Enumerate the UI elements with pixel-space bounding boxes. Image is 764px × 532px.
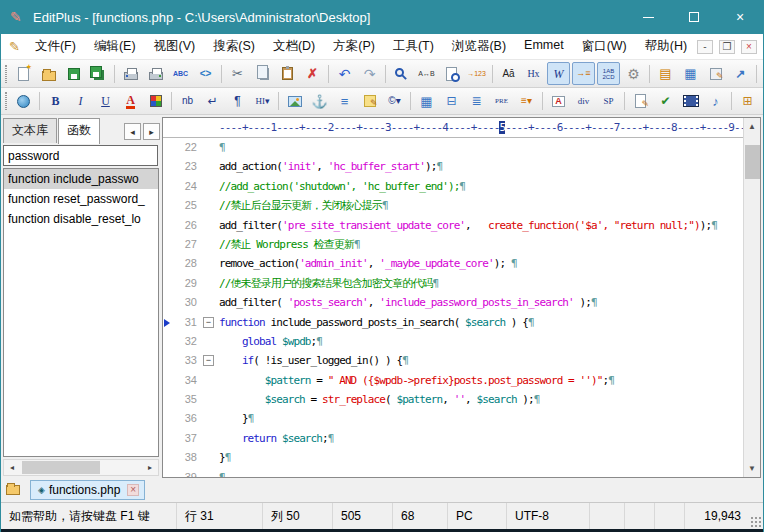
bold-button[interactable]: B	[44, 90, 67, 113]
menu-item-7[interactable]: 浏览器(B)	[443, 34, 515, 59]
script-button[interactable]	[629, 90, 652, 113]
center-align-button[interactable]: ≣	[465, 90, 488, 113]
nbsp-button[interactable]: nb	[176, 90, 199, 113]
find-button[interactable]	[390, 62, 413, 85]
save-all-button[interactable]	[87, 62, 110, 85]
code-line[interactable]: 36 }¶	[163, 409, 743, 428]
span-button[interactable]: SP	[597, 90, 620, 113]
scroll-right-arrow[interactable]: ▸	[142, 460, 158, 475]
menu-item-3[interactable]: 搜索(S)	[204, 34, 264, 59]
div-button[interactable]: div	[572, 90, 595, 113]
function-search-input[interactable]	[3, 145, 158, 166]
redo-button[interactable]: ↷	[358, 62, 381, 85]
code-line[interactable]: 33− if( !is_user_logged_in() ) {¶	[163, 351, 743, 370]
line-number-button[interactable]: 1AB 2CD	[597, 62, 620, 85]
code-line[interactable]: 30add_filter( 'posts_search', 'include_p…	[163, 293, 743, 312]
replace-button[interactable]: A↔B	[415, 62, 438, 85]
spell-check-button[interactable]: ABC	[169, 62, 192, 85]
scroll-down-arrow[interactable]: ▼	[744, 460, 760, 477]
code-line[interactable]: 22¶	[163, 138, 743, 157]
view-in-browser-button[interactable]	[12, 90, 35, 113]
mdi-close-button[interactable]: ×	[741, 40, 757, 54]
toolbar-grip[interactable]	[5, 65, 7, 83]
preferences-button[interactable]: ⚙	[622, 62, 645, 85]
scroll-thumb[interactable]	[22, 461, 100, 474]
fold-toggle-icon[interactable]: −	[203, 355, 214, 366]
browser-window-button[interactable]: ↗	[729, 62, 752, 85]
menu-item-10[interactable]: 帮助(H)	[636, 34, 696, 59]
table-button[interactable]: ▦	[415, 90, 438, 113]
code-line[interactable]: 24//add_action('shutdown', 'hc_buffer_en…	[163, 177, 743, 196]
menu-item-9[interactable]: 窗口(W)	[573, 34, 636, 59]
mdi-minimize-button[interactable]: -	[697, 40, 713, 54]
window-list-button[interactable]: ▦	[679, 62, 702, 85]
save-button[interactable]	[62, 62, 85, 85]
movie-button[interactable]	[679, 90, 702, 113]
menu-item-2[interactable]: 视图(V)	[145, 34, 205, 59]
editor-content[interactable]: ----+----1----+----2----+----3----+----4…	[163, 118, 743, 477]
copyright-button[interactable]: ©▾	[383, 90, 406, 113]
pre-button[interactable]: PRE	[490, 90, 513, 113]
code-line[interactable]: 27//禁止 Wordpress 检查更新¶	[163, 235, 743, 254]
italic-button[interactable]: I	[69, 90, 92, 113]
close-button[interactable]: ×	[717, 0, 763, 34]
doc-tab-close-icon[interactable]: ×	[127, 484, 139, 496]
undo-button[interactable]: ↶	[333, 62, 356, 85]
folder-icon[interactable]	[6, 485, 20, 495]
function-list-item[interactable]: function include_passwo	[4, 169, 158, 189]
scroll-thumb[interactable]	[745, 145, 760, 179]
line-break-button[interactable]: ↵	[201, 90, 224, 113]
code-line[interactable]: 26add_filter('pre_site_transient_update_…	[163, 216, 743, 235]
menu-item-6[interactable]: 工具(T)	[384, 34, 443, 59]
document-list-button[interactable]: ▤	[654, 62, 677, 85]
code-line[interactable]: 25//禁止后台显示更新，关闭核心提示¶	[163, 196, 743, 215]
menu-item-0[interactable]: 文件(F)	[26, 34, 85, 59]
color-picker-button[interactable]	[144, 90, 167, 113]
resize-grip[interactable]	[750, 516, 761, 527]
paste-button[interactable]	[276, 62, 299, 85]
char-case-button[interactable]: Aā	[497, 62, 520, 85]
open-file-button[interactable]	[37, 62, 60, 85]
font-tag-button[interactable]: A	[547, 90, 570, 113]
word-wrap-button[interactable]: W	[547, 62, 570, 85]
code-line[interactable]: 23add_action('init', 'hc_buffer_start');…	[163, 157, 743, 176]
auto-indent-button[interactable]: →≡	[572, 62, 595, 85]
tab-scroll-left-button[interactable]: ◂	[124, 123, 141, 140]
menu-item-5[interactable]: 方案(P)	[324, 34, 384, 59]
mdi-restore-button[interactable]: ❐	[719, 40, 735, 54]
code-line[interactable]: 37 return $search;¶	[163, 429, 743, 448]
copy-button[interactable]	[251, 62, 274, 85]
minimize-button[interactable]	[625, 0, 671, 34]
maximize-button[interactable]	[671, 0, 717, 34]
new-document-button[interactable]	[12, 62, 35, 85]
anchor-button[interactable]: ⚓	[308, 90, 331, 113]
goto-line-button[interactable]: →123	[465, 62, 488, 85]
comment-button[interactable]	[358, 90, 381, 113]
code-line[interactable]: 28remove_action('admin_init', '_maybe_up…	[163, 254, 743, 273]
paragraph-button[interactable]: ¶	[226, 90, 249, 113]
image-button[interactable]	[283, 90, 306, 113]
syntax-check-button[interactable]: ✔	[654, 90, 677, 113]
scroll-up-arrow[interactable]: ▲	[744, 118, 760, 135]
code-area[interactable]: 22¶23add_action('init', 'hc_buffer_start…	[163, 138, 743, 477]
html-tags-button[interactable]: <>	[194, 62, 217, 85]
delete-button[interactable]: ✗	[301, 62, 324, 85]
tab-cliptext[interactable]: 文本库	[3, 118, 57, 143]
music-button[interactable]: ♪	[704, 90, 727, 113]
hex-view-button[interactable]: Hx	[522, 62, 545, 85]
menu-item-4[interactable]: 文档(D)	[264, 34, 324, 59]
user-tool-button[interactable]	[704, 62, 727, 85]
fold-toggle-icon[interactable]: −	[203, 317, 214, 328]
underline-button[interactable]: U	[94, 90, 117, 113]
function-list-item[interactable]: function reset_password_	[4, 189, 158, 209]
code-line[interactable]: 31−function include_password_posts_in_se…	[163, 313, 743, 332]
menu-item-1[interactable]: 编辑(E)	[85, 34, 145, 59]
cut-button[interactable]: ✂	[226, 62, 249, 85]
font-color-button[interactable]: A	[119, 90, 142, 113]
scroll-track[interactable]	[744, 135, 760, 460]
code-line[interactable]: 35 $search = str_replace( $pattern, '', …	[163, 390, 743, 409]
horizontal-rule-button[interactable]: ≡	[333, 90, 356, 113]
menu-item-8[interactable]: Emmet	[515, 34, 573, 59]
toolbar-grip[interactable]	[5, 92, 7, 110]
tab-scroll-right-button[interactable]: ▸	[143, 123, 160, 140]
